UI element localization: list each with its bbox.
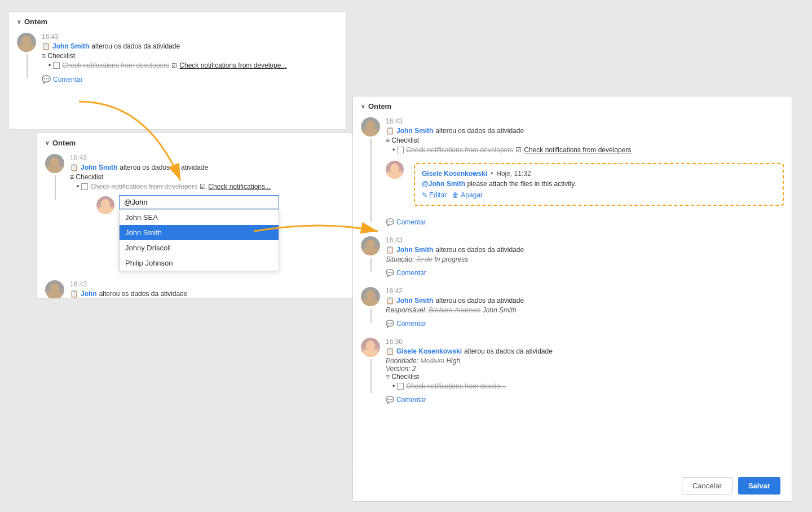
activity-content-p3-1: 16:43 📋 John Smith alterou os dados da a… bbox=[386, 117, 784, 213]
avatar-john-p3-3 bbox=[361, 287, 380, 306]
user-link-1[interactable]: John Smith bbox=[52, 42, 89, 50]
checklist-text-new-2: Check notifications... bbox=[208, 183, 271, 191]
chevron-icon-3: ∨ bbox=[361, 103, 365, 109]
activity-item-p3-3: 16:42 📋 John Smith alterou os dados da a… bbox=[353, 284, 792, 317]
user-link-p3-2[interactable]: John Smith bbox=[396, 246, 433, 254]
cancel-button[interactable]: Cancelar bbox=[682, 477, 732, 495]
avatar-john-2 bbox=[45, 154, 64, 173]
activity-icon-3: 📋 bbox=[70, 290, 78, 298]
activity-text-1: 📋 John Smith alterou os dados da ativida… bbox=[42, 42, 338, 50]
status-label-p3-2: Situação: bbox=[386, 255, 414, 263]
panel-3-content[interactable]: ∨ Ontem 16:43 📋 John Smith alterou os da… bbox=[353, 96, 792, 470]
action-p3-1: alterou os dados da atividade bbox=[435, 127, 524, 135]
activity-content-2: 16:43 📋 John Smith alterou os dados da a… bbox=[70, 154, 367, 191]
checklist-text-old-2: Check notifications from developers bbox=[90, 183, 197, 191]
mention-input[interactable] bbox=[119, 195, 279, 209]
timestamp-p3-2: 16:43 bbox=[386, 236, 784, 244]
timeline-line-p3 bbox=[370, 139, 372, 222]
user-link-2[interactable]: John Smith bbox=[81, 164, 117, 171]
edit-button[interactable]: ✎ Editar bbox=[422, 191, 447, 199]
panel-background: ∨ Ontem 16:43 📋 John Smith alterou os da… bbox=[8, 11, 347, 130]
checklist-item-p3-4: • Check notifications from develo... bbox=[392, 382, 784, 390]
timeline-line-p3-3 bbox=[370, 308, 372, 323]
checklist-label-2: ≡ Checklist bbox=[70, 173, 367, 181]
save-button[interactable]: Salvar bbox=[738, 477, 780, 495]
user-link-p3-1[interactable]: John Smith bbox=[396, 127, 433, 135]
responsible-p3-3: Responsável: Barbara Andrews John Smith bbox=[386, 306, 784, 314]
mention-area: John SEA John Smith Johny Driscoll Phili… bbox=[37, 194, 374, 272]
checkbox-new-2: ☑ bbox=[200, 183, 206, 191]
comment-link-p3-1[interactable]: 💬 Comentar bbox=[353, 216, 792, 228]
section-title-2: Ontem bbox=[52, 139, 76, 147]
section-header-2: ∨ Ontem bbox=[37, 133, 374, 151]
avatar-john-p3-2 bbox=[361, 236, 380, 255]
checkbox-old-p3 bbox=[397, 147, 404, 153]
comment-icon-p3-4: 💬 bbox=[386, 396, 394, 404]
checklist-item-1: • Check notifications from developers ☑ … bbox=[48, 61, 338, 69]
activity-text-p3-2: 📋 John Smith alterou os dados da ativida… bbox=[386, 246, 784, 254]
comment-icon-p3-2: 💬 bbox=[386, 269, 394, 277]
comment-text: @John Smith please attach the files in t… bbox=[422, 180, 776, 188]
comment-highlight-wrapper: Gisele Kosenkowski • Hoje, 11:32 @John S… bbox=[386, 154, 784, 213]
user-link-p3-4[interactable]: Gisele Kosenkowski bbox=[396, 347, 462, 355]
comment-meta: Gisele Kosenkowski • Hoje, 11:32 bbox=[422, 170, 776, 178]
comment-link-p3-2[interactable]: 💬 Comentar bbox=[353, 267, 792, 279]
section-header-3: ∨ Ontem bbox=[353, 96, 792, 114]
timestamp-p3-1: 16:43 bbox=[386, 117, 784, 125]
activity-icon-2: 📋 bbox=[70, 164, 78, 171]
section-header-1: ∨ Ontem bbox=[9, 12, 346, 29]
priority-p3-4: Prioridade: Medium High bbox=[386, 357, 784, 365]
activity-icon-1: 📋 bbox=[42, 42, 50, 50]
timestamp-p3-3: 16:42 bbox=[386, 287, 784, 295]
status-p3-2: Situação: To do In progress bbox=[386, 255, 784, 263]
section-title-1: Ontem bbox=[24, 17, 47, 26]
activity-item-p3-1: 16:43 📋 John Smith alterou os dados da a… bbox=[353, 114, 792, 216]
checklist-new-p3: Check notifications from developers bbox=[524, 146, 631, 154]
comment-actions: ✎ Editar 🗑 Apagar bbox=[422, 191, 776, 199]
trash-icon: 🗑 bbox=[452, 191, 459, 199]
panel-mention: ∨ Ontem 16:43 📋 John Smith alterou os da… bbox=[37, 133, 375, 299]
activity-text-2: 📋 John Smith alterou os dados da ativida… bbox=[70, 164, 367, 171]
timeline-line-p3-4 bbox=[370, 359, 372, 393]
checklist-old-p3: Check notifications from developers bbox=[406, 146, 513, 154]
activity-item-p3-4: 16:30 📋 Gisele Kosenkowski alterou os da… bbox=[353, 334, 792, 394]
avatar-john-p3 bbox=[361, 117, 380, 136]
mention-option-philip-johnson[interactable]: Philip Johnson bbox=[120, 255, 279, 271]
comment-mention[interactable]: @John Smith bbox=[422, 180, 465, 188]
activity-item-2: 16:43 📋 John Smith alterou os dados da a… bbox=[37, 151, 374, 194]
bullet: • bbox=[48, 61, 51, 69]
mention-option-john-sea[interactable]: John SEA bbox=[120, 210, 279, 225]
activity-content-p3-4: 16:30 📋 Gisele Kosenkowski alterou os da… bbox=[386, 338, 784, 390]
bottom-buttons: Cancelar Salvar bbox=[353, 470, 792, 501]
checkbox-new-p3: ☑ bbox=[515, 146, 522, 154]
mention-dropdown: John SEA John Smith Johny Driscoll Phili… bbox=[119, 209, 279, 271]
status-old-p3-2: To do bbox=[416, 255, 433, 263]
activity-icon-p3-2: 📋 bbox=[386, 246, 394, 254]
user-link-3[interactable]: John bbox=[81, 290, 97, 298]
checklist-label-p3-4: ≡ Checklist bbox=[386, 373, 784, 381]
action-p3-2: alterou os dados da atividade bbox=[435, 246, 524, 254]
version-label: Version: bbox=[386, 365, 411, 373]
priority-new: High bbox=[446, 357, 460, 365]
user-link-p3-3[interactable]: John Smith bbox=[396, 297, 433, 304]
avatar-gisele-p3 bbox=[386, 161, 404, 179]
timeline-line bbox=[27, 54, 28, 78]
comment-link-p3-4[interactable]: 💬 Comentar bbox=[353, 394, 792, 406]
timestamp-p3-4: 16:30 bbox=[386, 338, 784, 346]
timestamp-1: 16:43 bbox=[42, 33, 338, 41]
avatar-john bbox=[17, 33, 36, 52]
activity-text-p3-4: 📋 Gisele Kosenkowski alterou os dados da… bbox=[386, 347, 784, 355]
comment-link-1[interactable]: 💬 Comentar bbox=[9, 73, 346, 86]
comment-user[interactable]: Gisele Kosenkowski bbox=[422, 170, 487, 178]
action-text-1: alterou os dados da atividade bbox=[91, 42, 180, 50]
priority-old: Medium bbox=[420, 357, 444, 365]
chevron-icon: ∨ bbox=[17, 19, 21, 25]
comment-date: Hoje, 11:32 bbox=[496, 170, 531, 178]
delete-button[interactable]: 🗑 Apagar bbox=[452, 191, 483, 199]
mention-option-johny-driscoll[interactable]: Johny Driscoll bbox=[120, 240, 279, 255]
comment-link-p3-3[interactable]: 💬 Comentar bbox=[353, 317, 792, 330]
panel-main: ∨ Ontem 16:43 📋 John Smith alterou os da… bbox=[352, 96, 792, 502]
version-p3-4: Version: 2 bbox=[386, 365, 784, 373]
mention-option-john-smith[interactable]: John Smith bbox=[120, 225, 279, 240]
action-p3-4: alterou os dados da atividade bbox=[464, 347, 553, 355]
